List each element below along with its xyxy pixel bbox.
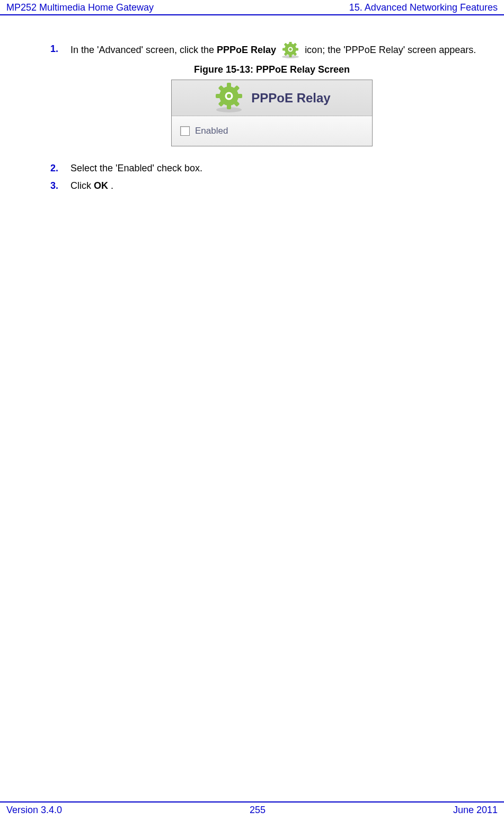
enabled-checkbox[interactable] bbox=[180, 126, 190, 136]
figure-container: PPPoE Relay Enabled bbox=[50, 80, 493, 146]
figure-panel-title: PPPoE Relay bbox=[251, 91, 330, 106]
header-chapter-title: 15. Advanced Networking Features bbox=[349, 2, 498, 13]
svg-rect-4 bbox=[295, 48, 298, 51]
page-header: MP252 Multimedia Home Gateway 15. Advanc… bbox=[0, 0, 504, 15]
step-2: 2. Select the 'Enabled' check box. bbox=[50, 161, 493, 176]
step-1: 1. In the 'Advanced' screen, click the P… bbox=[50, 42, 493, 59]
enabled-checkbox-label: Enabled bbox=[195, 126, 228, 136]
svg-rect-18 bbox=[227, 104, 231, 109]
footer-date: June 2011 bbox=[453, 805, 498, 816]
step-text: Click OK . bbox=[70, 179, 493, 193]
svg-point-23 bbox=[227, 94, 231, 98]
step-text-bold: OK bbox=[94, 180, 108, 191]
step-number: 2. bbox=[50, 161, 70, 176]
svg-rect-20 bbox=[216, 94, 221, 98]
svg-rect-8 bbox=[282, 48, 286, 51]
footer-page-number: 255 bbox=[250, 805, 266, 816]
gear-icon bbox=[280, 42, 301, 59]
step-number: 3. bbox=[50, 179, 70, 193]
step-3: 3. Click OK . bbox=[50, 179, 493, 193]
page-footer: Version 3.4.0 255 June 2011 bbox=[0, 801, 504, 817]
header-product-name: MP252 Multimedia Home Gateway bbox=[6, 2, 154, 13]
step-text-suffix: icon; the 'PPPoE Relay' screen appears. bbox=[305, 45, 476, 55]
svg-rect-14 bbox=[227, 83, 231, 88]
step-number: 1. bbox=[50, 42, 70, 59]
gear-icon bbox=[213, 82, 245, 114]
step-text-suffix: . bbox=[111, 180, 113, 191]
step-text-bold: PPPoE Relay bbox=[217, 45, 276, 55]
figure-body: Enabled bbox=[172, 116, 372, 146]
footer-version: Version 3.4.0 bbox=[6, 805, 62, 816]
step-text: In the 'Advanced' screen, click the PPPo… bbox=[70, 42, 493, 59]
step-text: Select the 'Enabled' check box. bbox=[70, 161, 493, 176]
svg-rect-2 bbox=[289, 42, 292, 45]
page-content: 1. In the 'Advanced' screen, click the P… bbox=[0, 15, 504, 207]
figure-header: PPPoE Relay bbox=[172, 80, 372, 116]
svg-rect-16 bbox=[237, 94, 242, 98]
svg-point-11 bbox=[289, 48, 292, 51]
svg-rect-6 bbox=[289, 54, 292, 57]
figure-caption: Figure 15-13: PPPoE Relay Screen bbox=[50, 64, 493, 75]
step-text-prefix: In the 'Advanced' screen, click the bbox=[70, 45, 217, 55]
figure-frame: PPPoE Relay Enabled bbox=[171, 80, 373, 146]
step-text-prefix: Click bbox=[70, 180, 94, 191]
